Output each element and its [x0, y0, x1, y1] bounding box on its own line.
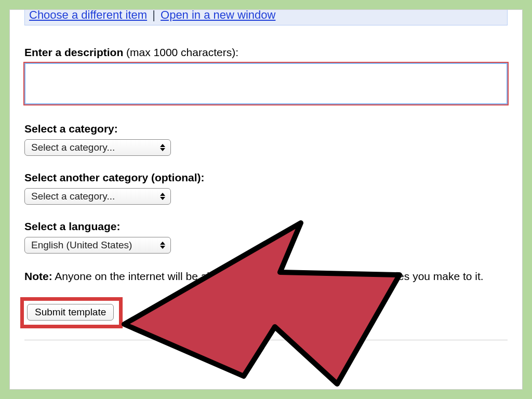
- link-separator: |: [152, 9, 155, 21]
- description-label: Enter a description (max 1000 characters…: [24, 46, 508, 59]
- description-input[interactable]: [24, 63, 508, 104]
- category-select[interactable]: Select a category...: [24, 139, 171, 156]
- category-group: Select a category: Select a category...: [24, 123, 508, 156]
- category2-group: Select another category (optional): Sele…: [24, 171, 508, 205]
- info-link-bar: Choose a different item | Open in a new …: [24, 9, 508, 25]
- language-label: Select a language:: [24, 220, 508, 233]
- visibility-note: Note: Anyone on the internet will be abl…: [24, 269, 508, 284]
- choose-different-item-link[interactable]: Choose a different item: [29, 9, 147, 21]
- category2-select[interactable]: Select a category...: [24, 188, 171, 205]
- select-sort-icon: [160, 193, 165, 200]
- select-sort-icon: [160, 242, 165, 249]
- category2-select-value: Select a category...: [31, 191, 156, 202]
- category-select-value: Select a category...: [31, 142, 156, 153]
- open-new-window-link[interactable]: Open in a new window: [161, 9, 275, 21]
- select-sort-icon: [160, 144, 165, 151]
- language-group: Select a language: English (United State…: [24, 220, 508, 254]
- category2-label: Select another category (optional):: [24, 171, 508, 184]
- description-group: Enter a description (max 1000 characters…: [24, 46, 508, 107]
- section-divider: [24, 340, 508, 340]
- submit-template-button[interactable]: Submit template: [27, 304, 114, 321]
- category-label: Select a category:: [24, 123, 508, 135]
- language-select[interactable]: English (United States): [24, 237, 171, 254]
- submit-highlight-box: Submit template: [20, 297, 123, 328]
- language-select-value: English (United States): [31, 240, 156, 251]
